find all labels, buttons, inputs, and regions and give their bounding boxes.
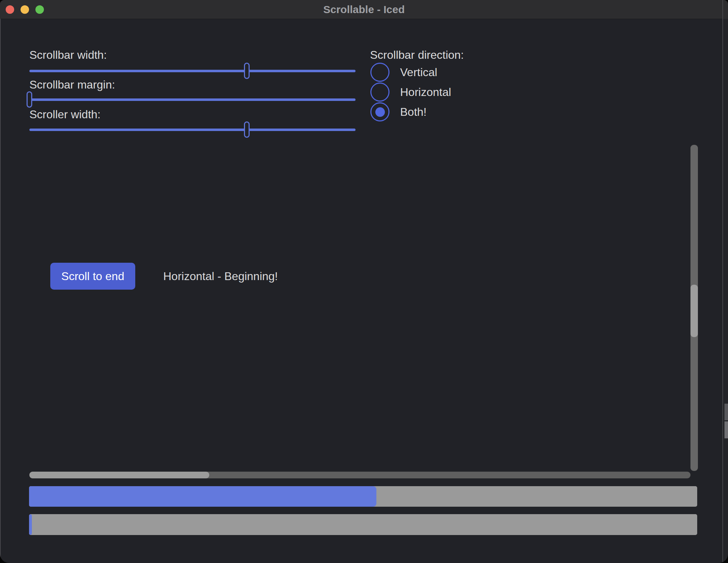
radio-circle-icon bbox=[370, 63, 389, 82]
app-window: Scrollable - Iced Scrollbar width: Scrol… bbox=[0, 0, 728, 563]
radio-option-both[interactable]: Both! bbox=[370, 102, 427, 121]
progress-bar-2 bbox=[29, 514, 697, 535]
progress-bar-2-fill bbox=[29, 514, 32, 535]
radio-option-vertical[interactable]: Vertical bbox=[370, 63, 437, 82]
scrollbar-direction-label: Scrollbar direction: bbox=[370, 49, 464, 62]
radio-circle-icon bbox=[370, 83, 389, 102]
scroller-width-label: Scroller width: bbox=[29, 108, 101, 121]
vertical-scrollbar-thumb[interactable] bbox=[690, 285, 698, 337]
scroll-status-text: Horizontal - Beginning! bbox=[163, 263, 278, 290]
radio-label: Both! bbox=[400, 106, 427, 119]
close-button[interactable] bbox=[6, 5, 14, 14]
window-title: Scrollable - Iced bbox=[323, 4, 405, 16]
radio-option-horizontal[interactable]: Horizontal bbox=[370, 83, 451, 102]
window-right-border bbox=[722, 0, 723, 563]
radio-label: Vertical bbox=[400, 66, 437, 79]
horizontal-scrollbar-thumb[interactable] bbox=[29, 472, 209, 478]
progress-bar-1-fill bbox=[29, 486, 376, 507]
background-window-fragment bbox=[724, 421, 728, 438]
slider-handle[interactable] bbox=[244, 121, 250, 138]
radio-circle-icon bbox=[370, 102, 389, 121]
scroll-to-end-button[interactable]: Scroll to end bbox=[50, 263, 135, 290]
horizontal-scrollbar[interactable] bbox=[29, 472, 690, 478]
progress-bar-1 bbox=[29, 486, 697, 507]
scroller-width-slider[interactable] bbox=[29, 121, 356, 138]
minimize-button[interactable] bbox=[21, 5, 29, 14]
scrollbar-margin-slider[interactable] bbox=[29, 91, 356, 108]
slider-handle[interactable] bbox=[244, 63, 250, 79]
vertical-scrollbar[interactable] bbox=[690, 145, 698, 471]
radio-dot bbox=[375, 107, 385, 117]
window-left-border bbox=[0, 19, 1, 563]
titlebar[interactable]: Scrollable - Iced bbox=[0, 0, 728, 19]
scrollbar-margin-label: Scrollbar margin: bbox=[29, 78, 115, 91]
radio-label: Horizontal bbox=[400, 86, 451, 99]
window-right-gutter bbox=[723, 19, 728, 563]
scrollbar-width-slider[interactable] bbox=[29, 63, 356, 79]
traffic-lights bbox=[6, 5, 44, 14]
scrollbar-width-label: Scrollbar width: bbox=[29, 49, 107, 62]
slider-handle[interactable] bbox=[27, 91, 32, 108]
zoom-button[interactable] bbox=[35, 5, 44, 14]
background-window-fragment bbox=[724, 404, 728, 420]
